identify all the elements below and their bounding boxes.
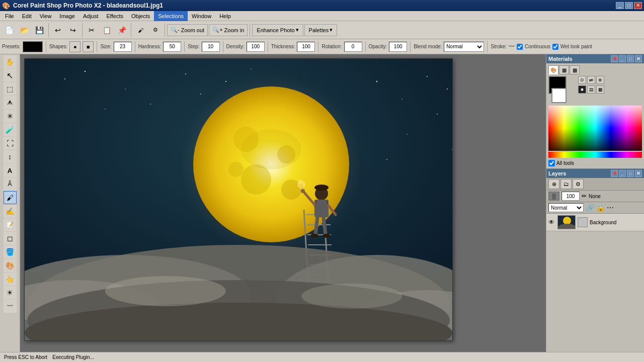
pattern-tab[interactable]: ▩ — [570, 65, 580, 74]
gradient-tab[interactable]: ▦ — [559, 65, 569, 74]
opacity-input[interactable]: 100 — [389, 42, 407, 52]
density-input[interactable]: 100 — [247, 42, 265, 52]
new-group-button[interactable]: 🗂 — [560, 179, 572, 189]
zoom-in-icon: 🔍+ — [212, 27, 222, 33]
color-wheel-icon[interactable]: ⊙ — [578, 76, 586, 84]
opacity-input[interactable]: 100 — [561, 192, 580, 201]
color-gradient[interactable] — [548, 106, 642, 151]
minimize-button[interactable]: _ — [616, 2, 624, 9]
hue-strip[interactable] — [548, 152, 642, 158]
selection-tool[interactable]: ⬚ — [4, 82, 17, 96]
materials-controls[interactable]: 📌 _ □ ✕ — [611, 55, 642, 62]
layer-visibility-icon[interactable]: 👁 — [548, 219, 555, 226]
menu-window[interactable]: Window — [188, 11, 215, 21]
hardness-input[interactable]: 50 — [163, 42, 181, 52]
zoom-in-button[interactable]: 🔍+ Zoom in — [209, 24, 248, 36]
materials-close-button[interactable]: ✕ — [635, 55, 642, 62]
swap-colors-icon[interactable]: ⇄ — [587, 76, 595, 84]
color-picker-area: 🎨 ▦ ▩ ⊙ ⇄ ⊗ — [546, 63, 644, 168]
edit-icon[interactable]: ✏ — [582, 193, 587, 200]
menu-help[interactable]: Help — [215, 11, 235, 21]
smudge-tool[interactable]: 〰 — [4, 300, 17, 313]
menu-view[interactable]: View — [36, 11, 56, 21]
layer-protect-icon[interactable]: 🔒 — [596, 204, 605, 212]
blend-mode-select[interactable]: Normal Multiply Screen Overlay — [444, 42, 484, 52]
layers-pin-button[interactable]: 📌 — [611, 170, 618, 177]
dodge-tool[interactable]: ☀ — [4, 286, 17, 299]
thickness-input[interactable]: 100 — [297, 42, 315, 52]
reset-colors-icon[interactable]: ⊗ — [596, 76, 604, 84]
eyedropper-tool[interactable]: 🧪 — [4, 123, 17, 136]
sec-sep-5 — [223, 41, 223, 52]
size-input[interactable]: 23 — [114, 42, 132, 52]
preset-swatch[interactable] — [23, 41, 43, 52]
layers-controls[interactable]: 📌 _ □ ✕ — [611, 170, 642, 177]
new-raster-layer-button[interactable]: ⊕ — [548, 179, 559, 189]
crop-tool[interactable]: ⛶ — [4, 137, 17, 150]
freehand-select-tool[interactable]: ᗗ — [4, 96, 17, 109]
layer-link-icon[interactable]: 🔗 — [586, 204, 594, 212]
straighten-tool[interactable]: ↕ — [4, 150, 17, 163]
shape-square-button[interactable]: ■ — [83, 41, 94, 52]
menu-objects[interactable]: Objects — [127, 11, 154, 21]
wet-look-checkbox[interactable] — [552, 44, 558, 50]
pan-tool[interactable]: ✋ — [4, 55, 17, 68]
layer-more-icon[interactable]: ⋯ — [607, 204, 614, 212]
layer-background[interactable]: 👁 Background — [546, 214, 644, 231]
menu-image[interactable]: Image — [55, 11, 79, 21]
brush-var-button[interactable]: 🖌 — [133, 23, 147, 37]
pattern-icon[interactable]: ▩ — [596, 85, 604, 94]
open-button[interactable]: 📂 — [17, 23, 31, 37]
arrow-tool[interactable]: ↖ — [4, 69, 17, 82]
tool-options-button[interactable]: ⚙ — [148, 23, 163, 37]
materials-maximize-button[interactable]: □ — [627, 55, 634, 62]
fill-tool[interactable]: 🪣 — [4, 245, 17, 258]
scratch-remover-tool[interactable]: 📝 — [4, 218, 17, 231]
maximize-button[interactable]: □ — [625, 2, 633, 9]
canvas-area[interactable] — [20, 54, 546, 352]
layers-maximize-button[interactable]: □ — [627, 170, 634, 177]
zoom-out-button[interactable]: 🔍- Zoom out — [167, 24, 208, 36]
text-warp-tool[interactable]: Ã — [4, 177, 17, 191]
color-tab[interactable]: 🎨 — [548, 65, 558, 74]
close-button[interactable]: ✕ — [634, 2, 642, 9]
eraser-tool[interactable]: ◻ — [4, 232, 17, 245]
window-controls[interactable]: _ □ ✕ — [616, 2, 642, 9]
paint-icon[interactable]: ■ — [578, 85, 586, 94]
materials-minimize-button[interactable]: _ — [619, 55, 626, 62]
clone-tool[interactable]: ✍ — [4, 205, 17, 218]
text-tool[interactable]: A — [4, 164, 17, 177]
undo-button[interactable]: ↩ — [51, 23, 65, 37]
magic-wand-tool[interactable]: ✳ — [4, 110, 17, 123]
shape-round-button[interactable]: ● — [69, 41, 80, 52]
menu-selections[interactable]: Selections — [154, 11, 188, 21]
new-button[interactable]: 📄 — [2, 23, 16, 37]
continuous-checkbox[interactable] — [517, 44, 523, 50]
menu-adjust[interactable]: Adjust — [79, 11, 103, 21]
background-color-swatch[interactable] — [551, 88, 567, 103]
enhance-photo-button[interactable]: Enhance Photo ▾ — [252, 24, 303, 36]
all-tools-checkbox[interactable] — [548, 160, 555, 166]
save-button[interactable]: 💾 — [32, 23, 46, 37]
redo-button[interactable]: ↪ — [66, 23, 80, 37]
thickness-label: Thickness: — [271, 44, 295, 49]
menu-file[interactable]: File — [1, 11, 18, 21]
paste-button[interactable]: 📌 — [115, 23, 129, 37]
copy-button[interactable]: 📋 — [100, 23, 114, 37]
layers-minimize-button[interactable]: _ — [619, 170, 626, 177]
paint-brush-tool active[interactable]: 🖌 — [4, 191, 17, 204]
gradient-icon[interactable]: ▤ — [587, 85, 595, 94]
step-input[interactable]: 10 — [202, 42, 220, 52]
layers-close-button[interactable]: ✕ — [635, 170, 642, 177]
color-tabs[interactable]: 🎨 ▦ ▩ — [548, 65, 642, 74]
layer-blend-select[interactable]: Normal Multiply Screen — [548, 203, 584, 212]
color-replace-tool[interactable]: 🎨 — [4, 259, 17, 272]
menu-edit[interactable]: Edit — [18, 11, 36, 21]
cut-button[interactable]: ✂ — [85, 23, 99, 37]
materials-pin-button[interactable]: 📌 — [611, 55, 618, 62]
retouch-tool[interactable]: 👆 — [4, 273, 17, 286]
rotation-input[interactable]: 0 — [344, 42, 362, 52]
menu-effects[interactable]: Effects — [103, 11, 127, 21]
layer-properties-button[interactable]: ⚙ — [573, 179, 584, 189]
palettes-button[interactable]: Palettes ▾ — [304, 24, 338, 36]
